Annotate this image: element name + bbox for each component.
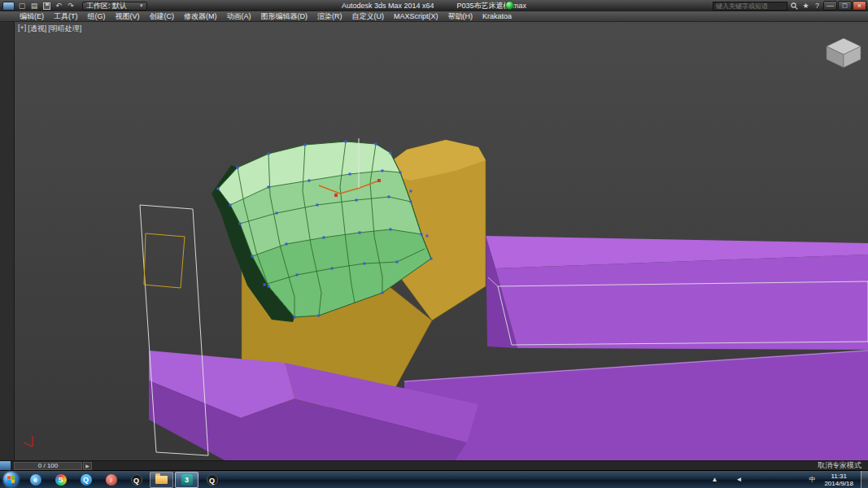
redo-icon[interactable]: ↷: [66, 2, 76, 11]
mesh-vertex[interactable]: [268, 285, 270, 288]
open-file-icon[interactable]: ▤: [29, 2, 39, 11]
mesh-vertex[interactable]: [276, 212, 278, 215]
help-icon[interactable]: ?: [813, 2, 822, 11]
menu-animation[interactable]: 动画(A): [222, 11, 256, 22]
time-slider-handle[interactable]: [0, 461, 11, 471]
viewport-menu-shading[interactable]: [明暗处理]: [48, 24, 81, 34]
mesh-vertex[interactable]: [396, 261, 399, 264]
save-file-icon[interactable]: [41, 2, 51, 11]
hidden-icons-arrow[interactable]: ▲: [709, 475, 719, 485]
search-input[interactable]: [713, 2, 787, 11]
menu-krakatoa[interactable]: Krakatoa: [478, 11, 517, 22]
undo-icon[interactable]: ↶: [54, 2, 63, 11]
usb-tray-icon[interactable]: [722, 475, 731, 485]
menu-customize[interactable]: 自定义(U): [347, 11, 390, 22]
mesh-vertex[interactable]: [323, 237, 325, 239]
infocenter: ★ ?: [713, 1, 822, 11]
mesh-vertex[interactable]: [410, 201, 412, 203]
taskbar-file-explorer[interactable]: [150, 472, 173, 488]
time-slider-track[interactable]: 0 / 100: [14, 462, 82, 470]
mesh-vertex[interactable]: [430, 258, 433, 260]
taskbar-clock[interactable]: 11:31 2014/9/18: [819, 473, 858, 487]
frame-counter: 0 / 100: [38, 462, 58, 469]
menu-tools[interactable]: 工具(T): [49, 11, 83, 22]
mesh-vertex[interactable]: [399, 172, 402, 174]
mesh-vertex[interactable]: [264, 284, 266, 286]
maximize-button[interactable]: □: [838, 1, 852, 11]
mesh-vertex[interactable]: [294, 316, 296, 319]
mesh-vertex[interactable]: [296, 274, 299, 277]
bed-rail-front-face[interactable]: [495, 255, 868, 350]
communication-center-icon[interactable]: [505, 1, 514, 10]
mesh-vertex[interactable]: [334, 194, 338, 197]
mesh-vertex[interactable]: [331, 268, 334, 270]
network-icon[interactable]: [746, 475, 756, 485]
mesh-vertex[interactable]: [421, 233, 423, 236]
taskbar-qq[interactable]: Q: [124, 472, 148, 488]
mesh-vertex[interactable]: [229, 204, 232, 207]
viewport-menu-plus[interactable]: [+]: [18, 24, 26, 34]
close-button[interactable]: ×: [853, 1, 866, 11]
mesh-vertex[interactable]: [382, 170, 384, 172]
menu-create[interactable]: 创建(C): [145, 11, 180, 22]
taskbar-qq-2[interactable]: Q: [200, 472, 224, 488]
menu-modifiers[interactable]: 修改器(M): [179, 11, 222, 22]
taskbar-qq-browser[interactable]: Q: [74, 472, 98, 488]
workspace-selector[interactable]: 工作区: 默认 ▾: [82, 2, 147, 11]
mesh-vertex[interactable]: [388, 196, 390, 198]
mesh-vertex[interactable]: [304, 144, 307, 146]
mesh-vertex[interactable]: [286, 243, 288, 246]
mesh-vertex[interactable]: [308, 180, 311, 182]
menu-graph-editors[interactable]: 图形编辑器(D): [256, 11, 313, 22]
menu-group[interactable]: 组(G): [83, 11, 111, 22]
mesh-vertex[interactable]: [217, 188, 220, 190]
mesh-vertex[interactable]: [375, 143, 377, 146]
mesh-vertex[interactable]: [268, 186, 270, 189]
music-tray-icon[interactable]: [795, 475, 805, 485]
mesh-vertex[interactable]: [355, 199, 358, 202]
mesh-vertex[interactable]: [345, 141, 347, 143]
mesh-vertex[interactable]: [268, 153, 270, 155]
mesh-vertex[interactable]: [382, 292, 384, 294]
viewport-menu-view[interactable]: [透视]: [28, 24, 46, 34]
new-scene-icon[interactable]: ▢: [17, 2, 27, 11]
volume-icon[interactable]: ◄: [734, 475, 744, 485]
perspective-viewport[interactable]: [+] [透视] [明暗处理]: [15, 22, 868, 460]
mesh-vertex[interactable]: [318, 315, 321, 317]
start-button[interactable]: [3, 472, 19, 487]
mesh-vertex[interactable]: [390, 152, 392, 155]
menu-maxscript[interactable]: MAXScript(X): [389, 11, 443, 22]
mesh-vertex[interactable]: [359, 232, 361, 234]
minimize-button[interactable]: —: [823, 1, 837, 11]
taskbar-sogou-browser[interactable]: S: [49, 472, 72, 488]
mesh-vertex[interactable]: [377, 179, 381, 182]
mesh-vertex[interactable]: [316, 204, 319, 207]
security-360-tray-icon[interactable]: [770, 475, 780, 485]
search-icon[interactable]: [790, 2, 799, 11]
left-panel-strip: [0, 22, 15, 460]
mesh-vertex[interactable]: [239, 223, 242, 225]
taskbar-3ds-max[interactable]: 3: [175, 472, 198, 488]
taskbar-ie-browser[interactable]: e: [24, 472, 47, 488]
mesh-vertex[interactable]: [349, 173, 351, 176]
menu-rendering[interactable]: 渲染(R): [312, 11, 347, 22]
next-frame-icon[interactable]: ▶: [83, 462, 92, 470]
input-method-icon[interactable]: 中: [807, 475, 817, 485]
mesh-vertex[interactable]: [426, 235, 429, 237]
menu-views[interactable]: 视图(V): [111, 11, 145, 22]
mesh-vertex[interactable]: [237, 167, 239, 169]
sogou-tray-icon[interactable]: [783, 475, 792, 485]
mesh-vertex[interactable]: [251, 255, 254, 258]
mesh-vertex[interactable]: [364, 263, 366, 265]
wireframe-inner-rect[interactable]: [144, 233, 185, 288]
application-menu-icon[interactable]: [2, 2, 15, 11]
taskbar-music-player[interactable]: ♪: [99, 472, 123, 488]
mesh-vertex[interactable]: [390, 229, 392, 231]
viewcube[interactable]: [827, 38, 861, 68]
favorites-star-icon[interactable]: ★: [801, 2, 810, 11]
show-desktop-button[interactable]: [861, 471, 868, 488]
qq-tray-icon[interactable]: [758, 475, 768, 485]
mesh-vertex[interactable]: [410, 190, 412, 193]
menu-edit[interactable]: 编辑(E): [15, 11, 49, 22]
menu-help[interactable]: 帮助(H): [443, 11, 478, 22]
